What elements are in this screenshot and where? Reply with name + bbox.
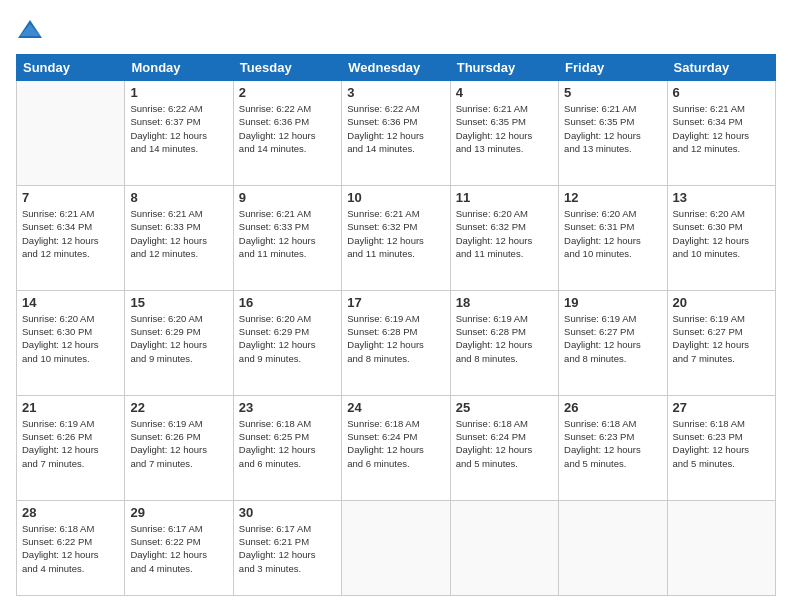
- header: [16, 16, 776, 44]
- day-info: Sunrise: 6:17 AM Sunset: 6:22 PM Dayligh…: [130, 522, 227, 575]
- day-number: 14: [22, 295, 119, 310]
- day-number: 19: [564, 295, 661, 310]
- calendar-day-cell: 4Sunrise: 6:21 AM Sunset: 6:35 PM Daylig…: [450, 81, 558, 186]
- calendar-day-cell: 23Sunrise: 6:18 AM Sunset: 6:25 PM Dayli…: [233, 395, 341, 500]
- day-info: Sunrise: 6:17 AM Sunset: 6:21 PM Dayligh…: [239, 522, 336, 575]
- weekday-header-friday: Friday: [559, 55, 667, 81]
- day-number: 20: [673, 295, 770, 310]
- calendar-empty-cell: [667, 500, 775, 595]
- day-info: Sunrise: 6:18 AM Sunset: 6:24 PM Dayligh…: [347, 417, 444, 470]
- calendar-empty-cell: [342, 500, 450, 595]
- day-number: 12: [564, 190, 661, 205]
- day-number: 5: [564, 85, 661, 100]
- calendar-day-cell: 2Sunrise: 6:22 AM Sunset: 6:36 PM Daylig…: [233, 81, 341, 186]
- day-number: 16: [239, 295, 336, 310]
- calendar-week-row: 28Sunrise: 6:18 AM Sunset: 6:22 PM Dayli…: [17, 500, 776, 595]
- calendar-day-cell: 7Sunrise: 6:21 AM Sunset: 6:34 PM Daylig…: [17, 185, 125, 290]
- calendar-day-cell: 27Sunrise: 6:18 AM Sunset: 6:23 PM Dayli…: [667, 395, 775, 500]
- calendar-day-cell: 19Sunrise: 6:19 AM Sunset: 6:27 PM Dayli…: [559, 290, 667, 395]
- calendar-empty-cell: [17, 81, 125, 186]
- page: SundayMondayTuesdayWednesdayThursdayFrid…: [0, 0, 792, 612]
- calendar-day-cell: 1Sunrise: 6:22 AM Sunset: 6:37 PM Daylig…: [125, 81, 233, 186]
- day-info: Sunrise: 6:19 AM Sunset: 6:26 PM Dayligh…: [22, 417, 119, 470]
- day-info: Sunrise: 6:22 AM Sunset: 6:36 PM Dayligh…: [239, 102, 336, 155]
- day-info: Sunrise: 6:21 AM Sunset: 6:32 PM Dayligh…: [347, 207, 444, 260]
- calendar-day-cell: 16Sunrise: 6:20 AM Sunset: 6:29 PM Dayli…: [233, 290, 341, 395]
- day-number: 9: [239, 190, 336, 205]
- day-info: Sunrise: 6:21 AM Sunset: 6:33 PM Dayligh…: [130, 207, 227, 260]
- calendar-week-row: 21Sunrise: 6:19 AM Sunset: 6:26 PM Dayli…: [17, 395, 776, 500]
- day-info: Sunrise: 6:22 AM Sunset: 6:37 PM Dayligh…: [130, 102, 227, 155]
- day-info: Sunrise: 6:20 AM Sunset: 6:30 PM Dayligh…: [22, 312, 119, 365]
- calendar-day-cell: 8Sunrise: 6:21 AM Sunset: 6:33 PM Daylig…: [125, 185, 233, 290]
- day-info: Sunrise: 6:19 AM Sunset: 6:28 PM Dayligh…: [347, 312, 444, 365]
- day-info: Sunrise: 6:22 AM Sunset: 6:36 PM Dayligh…: [347, 102, 444, 155]
- day-info: Sunrise: 6:21 AM Sunset: 6:35 PM Dayligh…: [456, 102, 553, 155]
- calendar-day-cell: 20Sunrise: 6:19 AM Sunset: 6:27 PM Dayli…: [667, 290, 775, 395]
- calendar-day-cell: 5Sunrise: 6:21 AM Sunset: 6:35 PM Daylig…: [559, 81, 667, 186]
- calendar-day-cell: 28Sunrise: 6:18 AM Sunset: 6:22 PM Dayli…: [17, 500, 125, 595]
- day-number: 22: [130, 400, 227, 415]
- day-info: Sunrise: 6:19 AM Sunset: 6:26 PM Dayligh…: [130, 417, 227, 470]
- day-info: Sunrise: 6:18 AM Sunset: 6:23 PM Dayligh…: [564, 417, 661, 470]
- day-number: 4: [456, 85, 553, 100]
- day-number: 13: [673, 190, 770, 205]
- calendar-table: SundayMondayTuesdayWednesdayThursdayFrid…: [16, 54, 776, 596]
- day-number: 24: [347, 400, 444, 415]
- calendar-week-row: 7Sunrise: 6:21 AM Sunset: 6:34 PM Daylig…: [17, 185, 776, 290]
- calendar-week-row: 14Sunrise: 6:20 AM Sunset: 6:30 PM Dayli…: [17, 290, 776, 395]
- calendar-day-cell: 6Sunrise: 6:21 AM Sunset: 6:34 PM Daylig…: [667, 81, 775, 186]
- calendar-empty-cell: [450, 500, 558, 595]
- calendar-day-cell: 18Sunrise: 6:19 AM Sunset: 6:28 PM Dayli…: [450, 290, 558, 395]
- calendar-day-cell: 21Sunrise: 6:19 AM Sunset: 6:26 PM Dayli…: [17, 395, 125, 500]
- weekday-header-tuesday: Tuesday: [233, 55, 341, 81]
- day-number: 30: [239, 505, 336, 520]
- day-number: 8: [130, 190, 227, 205]
- day-number: 17: [347, 295, 444, 310]
- calendar-day-cell: 17Sunrise: 6:19 AM Sunset: 6:28 PM Dayli…: [342, 290, 450, 395]
- logo-icon: [16, 16, 44, 44]
- day-info: Sunrise: 6:21 AM Sunset: 6:34 PM Dayligh…: [22, 207, 119, 260]
- calendar-week-row: 1Sunrise: 6:22 AM Sunset: 6:37 PM Daylig…: [17, 81, 776, 186]
- calendar-day-cell: 3Sunrise: 6:22 AM Sunset: 6:36 PM Daylig…: [342, 81, 450, 186]
- weekday-header-monday: Monday: [125, 55, 233, 81]
- calendar-day-cell: 30Sunrise: 6:17 AM Sunset: 6:21 PM Dayli…: [233, 500, 341, 595]
- day-number: 23: [239, 400, 336, 415]
- weekday-header-saturday: Saturday: [667, 55, 775, 81]
- day-number: 6: [673, 85, 770, 100]
- day-number: 11: [456, 190, 553, 205]
- logo: [16, 16, 48, 44]
- day-number: 3: [347, 85, 444, 100]
- day-info: Sunrise: 6:18 AM Sunset: 6:22 PM Dayligh…: [22, 522, 119, 575]
- calendar-day-cell: 22Sunrise: 6:19 AM Sunset: 6:26 PM Dayli…: [125, 395, 233, 500]
- day-number: 25: [456, 400, 553, 415]
- svg-marker-1: [20, 24, 40, 36]
- day-info: Sunrise: 6:20 AM Sunset: 6:29 PM Dayligh…: [130, 312, 227, 365]
- day-number: 21: [22, 400, 119, 415]
- day-info: Sunrise: 6:21 AM Sunset: 6:35 PM Dayligh…: [564, 102, 661, 155]
- day-info: Sunrise: 6:19 AM Sunset: 6:28 PM Dayligh…: [456, 312, 553, 365]
- day-info: Sunrise: 6:20 AM Sunset: 6:29 PM Dayligh…: [239, 312, 336, 365]
- calendar-day-cell: 26Sunrise: 6:18 AM Sunset: 6:23 PM Dayli…: [559, 395, 667, 500]
- calendar-empty-cell: [559, 500, 667, 595]
- day-info: Sunrise: 6:20 AM Sunset: 6:30 PM Dayligh…: [673, 207, 770, 260]
- weekday-header-thursday: Thursday: [450, 55, 558, 81]
- calendar-day-cell: 10Sunrise: 6:21 AM Sunset: 6:32 PM Dayli…: [342, 185, 450, 290]
- day-number: 7: [22, 190, 119, 205]
- calendar-day-cell: 12Sunrise: 6:20 AM Sunset: 6:31 PM Dayli…: [559, 185, 667, 290]
- calendar-day-cell: 14Sunrise: 6:20 AM Sunset: 6:30 PM Dayli…: [17, 290, 125, 395]
- day-number: 18: [456, 295, 553, 310]
- day-number: 15: [130, 295, 227, 310]
- day-number: 27: [673, 400, 770, 415]
- calendar-day-cell: 9Sunrise: 6:21 AM Sunset: 6:33 PM Daylig…: [233, 185, 341, 290]
- day-number: 28: [22, 505, 119, 520]
- day-number: 1: [130, 85, 227, 100]
- calendar-day-cell: 15Sunrise: 6:20 AM Sunset: 6:29 PM Dayli…: [125, 290, 233, 395]
- day-info: Sunrise: 6:21 AM Sunset: 6:33 PM Dayligh…: [239, 207, 336, 260]
- day-info: Sunrise: 6:18 AM Sunset: 6:25 PM Dayligh…: [239, 417, 336, 470]
- day-number: 2: [239, 85, 336, 100]
- day-info: Sunrise: 6:19 AM Sunset: 6:27 PM Dayligh…: [564, 312, 661, 365]
- day-info: Sunrise: 6:19 AM Sunset: 6:27 PM Dayligh…: [673, 312, 770, 365]
- weekday-header-wednesday: Wednesday: [342, 55, 450, 81]
- weekday-header-sunday: Sunday: [17, 55, 125, 81]
